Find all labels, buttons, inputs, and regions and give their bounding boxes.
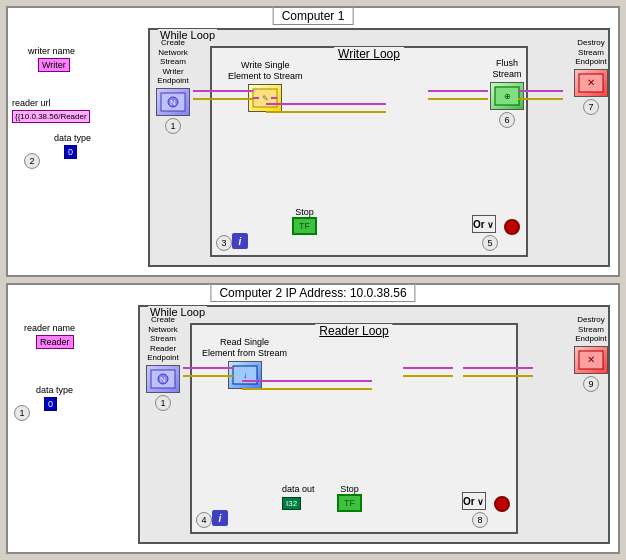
main-container: Computer 1 While Loop Writer Loop Write … bbox=[0, 0, 626, 560]
data-type-input-2[interactable]: 0 bbox=[44, 397, 57, 411]
create-reader-icon[interactable]: N bbox=[146, 365, 180, 393]
num1-bottom-circle: 1 bbox=[14, 405, 30, 421]
stop-label-1: Stop bbox=[295, 207, 314, 217]
writer-name-input[interactable]: Writer bbox=[38, 58, 70, 72]
svg-text:✕: ✕ bbox=[587, 77, 595, 88]
while-loop-1: While Loop Writer Loop Write Single Elem… bbox=[148, 28, 610, 267]
num6: 6 bbox=[499, 112, 515, 128]
num5-circle: 5 bbox=[482, 235, 498, 251]
num3: 3 bbox=[216, 235, 232, 251]
stop-indicator-1 bbox=[504, 219, 520, 235]
flush-icon[interactable]: ⊕ bbox=[490, 82, 524, 110]
wire-yellow-flush bbox=[428, 98, 488, 100]
svg-text:∨: ∨ bbox=[487, 220, 494, 230]
create-writer-block: Create Network Stream Writer Endpoint N … bbox=[156, 38, 190, 134]
destroy-writer-block: Destroy Stream Endpoint ✕ 7 bbox=[574, 38, 608, 115]
num1-reader: 1 bbox=[155, 395, 171, 411]
wire-pink-destroy-3 bbox=[463, 367, 533, 369]
destroy-writer-label: Destroy Stream Endpoint bbox=[575, 38, 607, 67]
writer-loop: Writer Loop Write Single Element to Stre… bbox=[210, 46, 528, 257]
data-type-input-1[interactable]: 0 bbox=[64, 145, 77, 159]
or-icon-2: ∨ bbox=[475, 493, 485, 509]
computer2-title: Computer 2 IP Address: 10.0.38.56 bbox=[210, 284, 415, 302]
destroy-reader-svg: ✕ bbox=[577, 349, 605, 371]
or-label-1: Or bbox=[473, 219, 485, 230]
wire-yellow-reader-1 bbox=[242, 388, 372, 390]
num4: 4 bbox=[196, 512, 212, 528]
destroy-writer-icon[interactable]: ✕ bbox=[574, 69, 608, 97]
num2-circle: 2 bbox=[24, 153, 40, 169]
write-icon-svg: ✎ bbox=[251, 87, 279, 109]
wire-pink-main-1 bbox=[193, 90, 253, 92]
info-icon-1: i bbox=[232, 233, 248, 249]
stop-label-2: Stop bbox=[340, 484, 359, 494]
reader-loop: Reader Loop Read Single Element from Str… bbox=[190, 323, 518, 534]
destroy-reader-icon[interactable]: ✕ bbox=[574, 346, 608, 374]
computer2-panel: Computer 2 IP Address: 10.0.38.56 While … bbox=[6, 283, 620, 554]
reader-loop-label: Reader Loop bbox=[315, 324, 392, 338]
wire-yellow-destroy-2 bbox=[403, 375, 453, 377]
or-label-2: Or bbox=[463, 496, 475, 507]
or-gate-1: Or ∨ bbox=[472, 215, 496, 233]
while-loop-2: While Loop Reader Loop Read Single Eleme… bbox=[138, 305, 610, 544]
wire-pink-reader-1 bbox=[242, 380, 372, 382]
svg-text:↓: ↓ bbox=[243, 371, 247, 380]
create-reader-label: Create Network Stream Reader Endpoint bbox=[147, 315, 179, 363]
stop-button-1[interactable]: TF bbox=[292, 217, 317, 235]
wire-pink-destroy-1 bbox=[518, 90, 563, 92]
writer-loop-label: Writer Loop bbox=[334, 47, 404, 61]
info-icon-2: i bbox=[212, 510, 228, 526]
read-svg: ↓ bbox=[231, 364, 259, 386]
stop-control-1: Stop TF bbox=[292, 207, 317, 235]
wire-pink-destroy-2 bbox=[403, 367, 453, 369]
reader-name-label: reader name bbox=[24, 323, 75, 333]
num9: 9 bbox=[583, 376, 599, 392]
svg-text:∨: ∨ bbox=[477, 497, 484, 507]
read-single-label: Read Single Element from Stream bbox=[202, 337, 287, 359]
data-type-label-1: data type bbox=[54, 133, 91, 143]
create-writer-icon[interactable]: N bbox=[156, 88, 190, 116]
write-single-label: Write Single Element to Stream bbox=[228, 60, 303, 82]
wire-yellow-1 bbox=[266, 111, 386, 113]
num1-writer: 1 bbox=[165, 118, 181, 134]
wire-yellow-destroy-3 bbox=[463, 375, 533, 377]
destroy-svg: ✕ bbox=[577, 72, 605, 94]
reader-url-input[interactable]: {{10.0.38.56/Reader bbox=[12, 110, 90, 123]
tf-label-2: TF bbox=[344, 498, 355, 508]
stop-control-2: Stop TF bbox=[337, 484, 362, 512]
num7: 7 bbox=[583, 99, 599, 115]
flush-svg: ⊕ bbox=[493, 85, 521, 107]
destroy-reader-block: Destroy Stream Endpoint ✕ 9 bbox=[574, 315, 608, 392]
writer-name-label: writer name bbox=[28, 46, 75, 56]
create-reader-svg: N bbox=[149, 368, 177, 390]
flush-label: Flush Stream bbox=[492, 58, 521, 80]
data-out-label: data out bbox=[282, 484, 315, 494]
stop-indicator-2 bbox=[494, 496, 510, 512]
create-writer-svg: N bbox=[159, 91, 187, 113]
data-type-label-2: data type bbox=[36, 385, 73, 395]
reader-name-input[interactable]: Reader bbox=[36, 335, 74, 349]
computer1-panel: Computer 1 While Loop Writer Loop Write … bbox=[6, 6, 620, 277]
create-writer-label: Create Network Stream Writer Endpoint bbox=[157, 38, 189, 86]
wire-yellow-main-2 bbox=[183, 375, 233, 377]
destroy-reader-label: Destroy Stream Endpoint bbox=[575, 315, 607, 344]
svg-text:⊕: ⊕ bbox=[504, 92, 511, 101]
or-gate-2: Or ∨ bbox=[462, 492, 486, 510]
wire-yellow-main-1 bbox=[193, 98, 253, 100]
wire-pink-1 bbox=[266, 103, 386, 105]
write-single-icon[interactable]: ✎ bbox=[248, 84, 282, 112]
wire-pink-main-2 bbox=[183, 367, 233, 369]
create-reader-block: Create Network Stream Reader Endpoint N … bbox=[146, 315, 180, 411]
svg-text:N: N bbox=[170, 98, 176, 107]
or-icon-1: ∨ bbox=[485, 216, 495, 232]
wire-pink-flush bbox=[428, 90, 488, 92]
computer1-title: Computer 1 bbox=[273, 7, 354, 25]
svg-text:✕: ✕ bbox=[587, 354, 595, 365]
num8-circle: 8 bbox=[472, 512, 488, 528]
stop-button-2[interactable]: TF bbox=[337, 494, 362, 512]
svg-text:N: N bbox=[160, 375, 166, 384]
svg-text:✎: ✎ bbox=[262, 94, 269, 103]
reader-url-label: reader url bbox=[12, 98, 51, 108]
data-out-type: I32 bbox=[282, 497, 301, 510]
tf-label-1: TF bbox=[299, 221, 310, 231]
